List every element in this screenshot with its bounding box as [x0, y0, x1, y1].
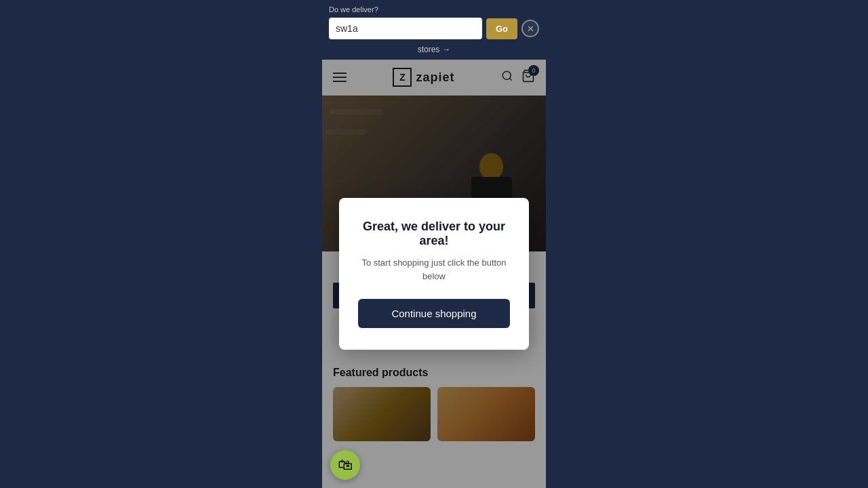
- phone-frame: Do we deliver? Go ✕ stores → Z: [322, 0, 546, 488]
- close-button[interactable]: ✕: [521, 20, 539, 37]
- go-button[interactable]: Go: [486, 18, 517, 39]
- delivery-label: Do we deliver?: [329, 5, 378, 14]
- site-content: Z zapiet 0: [322, 60, 546, 488]
- delivery-bar: Do we deliver? Go ✕ stores →: [322, 0, 546, 60]
- modal-overlay: Great, we deliver to your area! To start…: [322, 60, 546, 488]
- delivery-input-row: Go ✕: [329, 18, 539, 39]
- close-icon: ✕: [527, 24, 534, 34]
- continue-shopping-button[interactable]: Continue shopping: [358, 299, 510, 328]
- modal-subtitle: To start shopping just click the button …: [358, 256, 510, 283]
- stores-label: stores: [418, 45, 440, 54]
- stores-link[interactable]: stores →: [418, 45, 451, 60]
- delivery-modal: Great, we deliver to your area! To start…: [339, 198, 529, 350]
- modal-title: Great, we deliver to your area!: [358, 220, 510, 248]
- shopify-icon: 🛍: [338, 456, 353, 474]
- stores-arrow-icon: →: [442, 45, 450, 54]
- shopify-chat-badge[interactable]: 🛍: [330, 450, 360, 480]
- postcode-input[interactable]: [329, 18, 482, 39]
